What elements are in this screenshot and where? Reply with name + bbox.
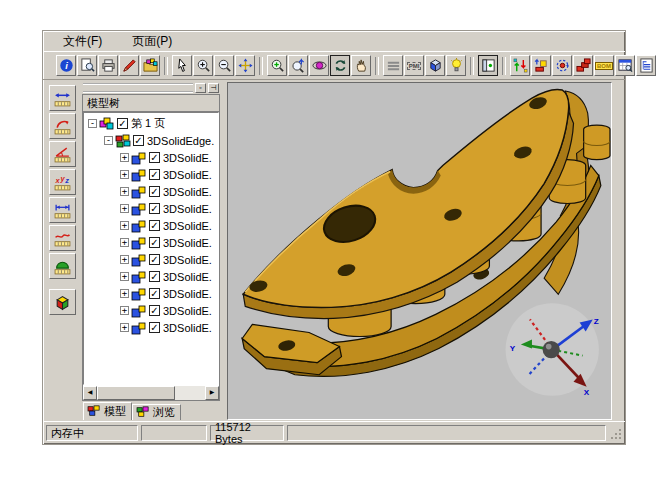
fit-view-button[interactable] bbox=[235, 55, 255, 76]
expand-icon[interactable]: + bbox=[120, 221, 129, 230]
display-mode-button[interactable] bbox=[383, 55, 403, 76]
move-part-button[interactable] bbox=[531, 55, 551, 76]
info-button[interactable]: i bbox=[56, 55, 76, 76]
tree-row-assembly[interactable]: - ✓ 3DSolidEdge. bbox=[84, 132, 218, 149]
part-checkbox[interactable]: ✓ bbox=[149, 152, 160, 163]
zoom-dynamic-button[interactable] bbox=[288, 55, 308, 76]
rotate-part-button[interactable] bbox=[552, 55, 572, 76]
part-checkbox[interactable]: ✓ bbox=[149, 186, 160, 197]
expand-icon[interactable]: + bbox=[120, 204, 129, 213]
part-node-label[interactable]: 3DSolidE. bbox=[163, 305, 212, 317]
expand-icon[interactable]: + bbox=[120, 255, 129, 264]
tree-row-part[interactable]: + ✓ 3DSolidE. bbox=[84, 319, 218, 336]
curve-length-button[interactable] bbox=[49, 225, 76, 251]
dimension-angle-button[interactable] bbox=[49, 141, 76, 167]
assembly-navigate-button[interactable] bbox=[510, 55, 530, 76]
tree-row-part[interactable]: + ✓ 3DSolidE. bbox=[84, 285, 218, 302]
tree-row-part[interactable]: + ✓ 3DSolidE. bbox=[84, 200, 218, 217]
print-button[interactable] bbox=[98, 55, 118, 76]
collapse-icon[interactable]: - bbox=[104, 136, 113, 145]
tab-browse[interactable]: 浏览 bbox=[132, 404, 181, 420]
tree-row-part[interactable]: + ✓ 3DSolidE. bbox=[84, 183, 218, 200]
zoom-out-button[interactable] bbox=[214, 55, 234, 76]
part-node-label[interactable]: 3DSolidE. bbox=[163, 237, 212, 249]
tree-row-part[interactable]: + ✓ 3DSolidE. bbox=[84, 268, 218, 285]
scroll-track[interactable] bbox=[175, 386, 205, 400]
pan-hand-button[interactable] bbox=[351, 55, 371, 76]
panel-toggle-button[interactable] bbox=[478, 55, 498, 76]
menu-page[interactable]: 页面(P) bbox=[130, 32, 174, 51]
part-node-label[interactable]: 3DSolidE. bbox=[163, 288, 212, 300]
part-node-label[interactable]: 3DSolidE. bbox=[163, 322, 212, 334]
refresh-view-button[interactable] bbox=[330, 55, 350, 76]
arc-measure-button[interactable] bbox=[49, 253, 76, 279]
scroll-thumb[interactable] bbox=[97, 386, 175, 400]
part-checkbox[interactable]: ✓ bbox=[149, 271, 160, 282]
markup-pen-button[interactable] bbox=[119, 55, 139, 76]
expand-icon[interactable]: + bbox=[120, 153, 129, 162]
explode-view-button[interactable] bbox=[573, 55, 593, 76]
orbit-button[interactable] bbox=[309, 55, 329, 76]
part-node-label[interactable]: 3DSolidE. bbox=[163, 220, 212, 232]
page-checkbox[interactable]: ✓ bbox=[117, 118, 128, 129]
part-checkbox[interactable]: ✓ bbox=[149, 305, 160, 316]
part-checkbox[interactable]: ✓ bbox=[149, 322, 160, 333]
dimension-horizontal-button[interactable] bbox=[49, 85, 76, 111]
select-cursor-button[interactable] bbox=[172, 55, 192, 76]
bom-table-button[interactable]: BOM bbox=[594, 55, 614, 76]
model-structure-button[interactable] bbox=[636, 55, 656, 76]
assembly-checkbox[interactable]: ✓ bbox=[133, 135, 144, 146]
tree-row-part[interactable]: + ✓ 3DSolidE. bbox=[84, 217, 218, 234]
part-checkbox[interactable]: ✓ bbox=[149, 237, 160, 248]
dimension-radius-button[interactable] bbox=[49, 113, 76, 139]
expand-icon[interactable]: + bbox=[120, 170, 129, 179]
part-node-label[interactable]: 3DSolidE. bbox=[163, 186, 212, 198]
part-checkbox[interactable]: ✓ bbox=[149, 288, 160, 299]
report-view-button[interactable] bbox=[615, 55, 635, 76]
tree-row-part[interactable]: + ✓ 3DSolidE. bbox=[84, 302, 218, 319]
import-model-button[interactable] bbox=[140, 55, 160, 76]
model-tree[interactable]: - ✓ 第 1 页 - ✓ 3DSolidEdge. bbox=[83, 112, 219, 385]
scroll-right-arrow[interactable]: ▶ bbox=[205, 386, 219, 400]
scroll-left-arrow[interactable]: ◀ bbox=[83, 386, 97, 400]
part-node-label[interactable]: 3DSolidE. bbox=[163, 203, 212, 215]
assembly-node-label[interactable]: 3DSolidEdge. bbox=[147, 135, 214, 147]
lighting-button[interactable] bbox=[446, 55, 466, 76]
pmi-display-button[interactable]: PMI bbox=[404, 55, 424, 76]
expand-icon[interactable]: + bbox=[120, 323, 129, 332]
resize-grip[interactable] bbox=[609, 427, 622, 440]
panel-close-button[interactable]: ⊣ bbox=[208, 83, 219, 93]
zoom-window-button[interactable] bbox=[267, 55, 287, 76]
part-checkbox[interactable]: ✓ bbox=[149, 169, 160, 180]
part-checkbox[interactable]: ✓ bbox=[149, 254, 160, 265]
tree-row-part[interactable]: + ✓ 3DSolidE. bbox=[84, 149, 218, 166]
expand-icon[interactable]: + bbox=[120, 238, 129, 247]
menu-file[interactable]: 文件(F) bbox=[61, 32, 104, 51]
viewport-3d-scene[interactable]: Z X Y bbox=[228, 83, 611, 419]
part-node-label[interactable]: 3DSolidE. bbox=[163, 271, 212, 283]
part-checkbox[interactable]: ✓ bbox=[149, 203, 160, 214]
part-node-label[interactable]: 3DSolidE. bbox=[163, 152, 212, 164]
orientation-gizmo[interactable]: Z X Y bbox=[506, 303, 599, 397]
part-node-label[interactable]: 3DSolidE. bbox=[163, 254, 212, 266]
part-node-label[interactable]: 3DSolidE. bbox=[163, 169, 212, 181]
page-node-label[interactable]: 第 1 页 bbox=[131, 116, 165, 131]
viewport-3d[interactable]: Z X Y bbox=[227, 82, 612, 420]
tree-row-part[interactable]: + ✓ 3DSolidE. bbox=[84, 251, 218, 268]
expand-icon[interactable]: + bbox=[120, 306, 129, 315]
collapse-icon[interactable]: - bbox=[88, 119, 97, 128]
tab-model[interactable]: 模型 bbox=[83, 402, 132, 420]
tree-horizontal-scrollbar[interactable]: ◀ ▶ bbox=[83, 385, 219, 400]
expand-icon[interactable]: + bbox=[120, 187, 129, 196]
panel-float-button[interactable]: ▫ bbox=[195, 83, 206, 93]
tree-row-part[interactable]: + ✓ 3DSolidE. bbox=[84, 234, 218, 251]
tree-row-page[interactable]: - ✓ 第 1 页 bbox=[84, 115, 218, 132]
expand-icon[interactable]: + bbox=[120, 289, 129, 298]
coordinate-xyz-button[interactable]: xyz bbox=[49, 169, 76, 195]
print-preview-button[interactable] bbox=[77, 55, 97, 76]
view-3d-cube-button[interactable] bbox=[49, 289, 76, 315]
tree-row-part[interactable]: + ✓ 3DSolidE. bbox=[84, 166, 218, 183]
panel-drag-grip[interactable] bbox=[83, 83, 193, 93]
zoom-in-button[interactable] bbox=[193, 55, 213, 76]
dimension-distance-button[interactable] bbox=[49, 197, 76, 223]
